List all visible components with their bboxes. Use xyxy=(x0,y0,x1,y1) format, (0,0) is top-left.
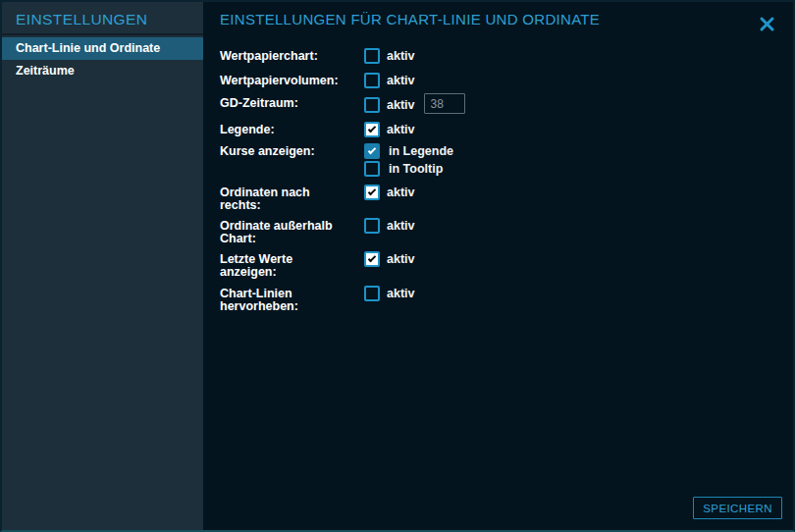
main-panel: EINSTELLUNGEN FÜR CHART-LINIE UND ORDINA… xyxy=(203,2,793,530)
gd-zeitraum-input[interactable] xyxy=(424,93,465,114)
sidebar: EINSTELLUNGEN Chart-Linie und Ordinate Z… xyxy=(2,2,203,530)
field-label: Kurse anzeigen: xyxy=(220,143,342,158)
field-label: Legende: xyxy=(220,122,342,136)
field-label: Chart-Linien hervorheben: xyxy=(220,286,342,313)
check-icon xyxy=(368,124,376,132)
sidebar-header: EINSTELLUNGEN xyxy=(2,2,203,35)
checkbox-label[interactable]: aktiv xyxy=(387,97,415,113)
checkbox-letzte-werte-anzeigen[interactable] xyxy=(364,251,380,267)
row-ordinaten-nach-rechts: Ordinaten nach rechts: aktiv xyxy=(220,185,783,212)
checkbox-wertpapiervolumen[interactable] xyxy=(364,73,380,88)
sidebar-items: Chart-Linie und Ordinate Zeiträume xyxy=(2,35,203,82)
close-icon[interactable] xyxy=(757,14,776,33)
checkbox-label[interactable]: in Tooltip xyxy=(389,161,443,177)
row-gd-zeitraum: GD-Zeitraum: aktiv xyxy=(220,95,783,114)
checkbox-label[interactable]: aktiv xyxy=(387,218,415,234)
checkbox-label[interactable]: aktiv xyxy=(387,48,415,64)
checkbox-wertpapierchart[interactable] xyxy=(364,48,380,64)
row-ordinate-ausserhalb-chart: Ordinate außerhalb Chart: aktiv xyxy=(220,218,783,245)
checkbox-legende[interactable] xyxy=(364,122,380,137)
row-legende: Legende: aktiv xyxy=(220,122,783,137)
checkbox-in-legende[interactable] xyxy=(364,143,380,159)
settings-dialog: EINSTELLUNGEN Chart-Linie und Ordinate Z… xyxy=(0,0,795,532)
checkbox-chart-linien-hervorheben[interactable] xyxy=(364,286,380,301)
check-icon xyxy=(368,145,376,153)
page-title: EINSTELLUNGEN FÜR CHART-LINIE UND ORDINA… xyxy=(220,11,600,27)
field-label: Wertpapiervolumen: xyxy=(220,73,342,87)
row-kurse-anzeigen: Kurse anzeigen: in Legende in Tooltip xyxy=(220,143,783,177)
field-label: Letzte Werte anzeigen: xyxy=(220,251,342,279)
field-label: Ordinate außerhalb Chart: xyxy=(220,218,342,245)
field-label: Ordinaten nach rechts: xyxy=(220,185,342,212)
check-icon xyxy=(368,253,376,261)
checkbox-label[interactable]: aktiv xyxy=(387,251,415,267)
row-chart-linien-hervorheben: Chart-Linien hervorheben: aktiv xyxy=(220,286,783,313)
row-wertpapierchart: Wertpapierchart: aktiv xyxy=(220,48,783,64)
checkbox-label[interactable]: aktiv xyxy=(387,286,415,301)
row-letzte-werte-anzeigen: Letzte Werte anzeigen: aktiv xyxy=(220,251,783,279)
sidebar-item-zeitraeume[interactable]: Zeiträume xyxy=(2,60,203,82)
checkbox-ordinate-ausserhalb-chart[interactable] xyxy=(364,218,380,234)
field-label: Wertpapierchart: xyxy=(220,48,342,63)
checkbox-in-tooltip[interactable] xyxy=(364,161,380,177)
check-icon xyxy=(368,186,376,194)
sidebar-item-chart-linie-und-ordinate[interactable]: Chart-Linie und Ordinate xyxy=(2,37,203,60)
checkbox-gd-zeitraum[interactable] xyxy=(364,97,380,113)
checkbox-label[interactable]: aktiv xyxy=(387,185,415,200)
checkbox-label[interactable]: aktiv xyxy=(387,73,415,88)
checkbox-ordinaten-nach-rechts[interactable] xyxy=(364,185,380,200)
checkbox-label[interactable]: aktiv xyxy=(387,122,415,137)
sidebar-title: EINSTELLUNGEN xyxy=(16,11,203,28)
checkbox-label[interactable]: in Legende xyxy=(389,143,453,159)
save-button[interactable]: SPEICHERN xyxy=(693,497,782,519)
field-label: GD-Zeitraum: xyxy=(220,95,342,110)
row-wertpapiervolumen: Wertpapiervolumen: aktiv xyxy=(220,73,783,88)
